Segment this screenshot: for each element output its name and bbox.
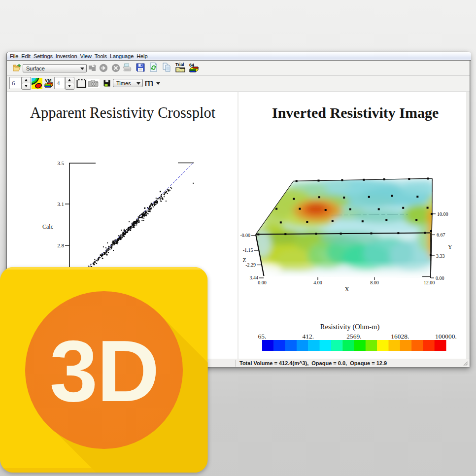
x-tick-label: 8.00 (370, 280, 379, 285)
z-tick-label: -2.29 (245, 262, 256, 268)
crossplot-y-tick-label: 3.1 (57, 201, 64, 207)
spin-a-down-button[interactable] (22, 83, 31, 90)
menu-item-edit[interactable]: Edit (20, 52, 32, 60)
svg-text:VM: VM (45, 78, 52, 83)
svg-text:64: 64 (189, 63, 194, 68)
right-margin-strip (466, 92, 470, 359)
x-tick-label: 12.00 (424, 280, 435, 285)
spin-b-field[interactable]: 4 (54, 77, 65, 89)
menu-item-tools[interactable]: Tools (93, 52, 108, 60)
z-tick-label: -1.15 (243, 247, 253, 253)
unit-preview-label: m (144, 76, 154, 89)
colorbar-tick-label: 2569. (346, 333, 361, 340)
bit64-icon[interactable]: 64 (188, 62, 199, 73)
unit-dropdown-arrow[interactable] (156, 82, 160, 85)
dataset-combobox-value: Surface (26, 66, 45, 71)
menu-item-help[interactable]: Help (135, 52, 149, 60)
status-text: Total Volume = 412.4(m^3), Opaque = 0.0,… (239, 360, 387, 366)
menu-item-settings[interactable]: Settings (32, 52, 54, 60)
toolbar-view: 6 VM 4 (7, 75, 470, 92)
colorbar-title: Resistivity (Ohm-m) (320, 323, 380, 331)
font-combobox-value: Times (116, 80, 131, 86)
spin-a-stepper[interactable] (22, 77, 30, 89)
spin-a-value: 6 (12, 79, 15, 87)
y-tick-label: 6.67 (437, 232, 445, 238)
x-axis-label: X (345, 286, 349, 293)
menu-item-language[interactable]: Language (108, 52, 135, 60)
y-tick-label: 3.33 (436, 253, 445, 259)
spin-a-field[interactable]: 6 (9, 77, 22, 89)
y-axis-label: Y (448, 243, 452, 250)
trial-folder-icon[interactable]: Trial (175, 62, 186, 73)
threed-app-badge[interactable]: 3D (0, 267, 208, 473)
resize-grip[interactable] (462, 360, 468, 366)
colorbar-tick-label: 16028. (391, 333, 409, 340)
status-panel: Total Volume = 412.4(m^3), Opaque = 0.0,… (236, 360, 469, 367)
up-arrow-icon (68, 79, 71, 81)
x-tick-label: 4.00 (313, 280, 322, 285)
crossplot-scatter-points (86, 183, 194, 270)
print-icon[interactable] (122, 63, 132, 73)
open-file-icon[interactable] (12, 63, 22, 72)
panel-divider (238, 92, 238, 359)
dataset-combobox-arrow (80, 68, 84, 70)
colorbar: 65.412.2569.16028.100000.Resistivity (Oh… (258, 323, 457, 351)
menu-item-inversion[interactable]: Inversion (54, 52, 79, 60)
x-axis: 0.004.008.0012.00X (258, 277, 435, 293)
svg-text:Trial: Trial (175, 62, 184, 67)
z-axis-label: Z (242, 257, 246, 264)
down-arrow-icon (25, 85, 28, 87)
y-tick-label: 0.00 (436, 275, 444, 281)
colorbar-tick-label: 100000. (435, 333, 457, 340)
menu-item-file[interactable]: File (8, 52, 20, 60)
volume-view: -0.00-1.15-2.293.44Z0.003.336.6710.00Y0.… (240, 177, 457, 351)
colorbar-tick-label: 412. (302, 333, 314, 340)
crossplot-y-tick-label: 2.8 (57, 242, 64, 248)
toolbar-main: Surface (7, 61, 470, 75)
vm-model-icon[interactable]: VM (44, 78, 54, 89)
save-image-icon[interactable] (103, 80, 110, 87)
spin-b-stepper[interactable] (65, 77, 73, 89)
z-tick-label: 3.44 (250, 275, 259, 280)
down-arrow-icon (68, 85, 71, 87)
badge-label: 3D (50, 323, 159, 419)
section-select-icon[interactable] (76, 79, 86, 88)
crossplot-y-axis-label: Calc (42, 223, 53, 230)
crossplot-y-tick-label: 3.5 (57, 160, 64, 166)
refresh-icon[interactable] (149, 62, 159, 72)
y-tick-label: 10.00 (437, 211, 448, 217)
dataset-combobox[interactable]: Surface (23, 64, 87, 72)
menu-bar: FileEditSettingsInversionViewToolsLangua… (7, 52, 471, 61)
font-combobox[interactable]: Times (113, 79, 143, 87)
z-tick-label: -0.00 (240, 233, 250, 238)
spin-b-down-button[interactable] (65, 83, 74, 90)
stop-disabled-icon (111, 63, 121, 73)
up-arrow-icon (25, 79, 28, 81)
import-disabled-icon (88, 63, 97, 72)
font-combobox-arrow (136, 82, 140, 85)
desktop-background: { "page": { "background_top": "#efefee",… (0, 0, 476, 476)
y-axis: 0.003.336.6710.00Y (431, 211, 452, 281)
badge-square: 3D (0, 267, 208, 473)
contour-map-icon[interactable] (32, 78, 42, 89)
colorbar-tick-label: 65. (258, 333, 267, 340)
save-icon[interactable] (136, 63, 145, 72)
copy-icon[interactable] (162, 63, 172, 72)
snapshot-camera-icon[interactable] (87, 79, 100, 88)
x-tick-label: 0.00 (258, 280, 267, 285)
forward-disabled-icon (99, 63, 108, 73)
volume-cloud (247, 178, 445, 280)
spin-b-value: 4 (57, 79, 60, 87)
menu-item-view[interactable]: View (79, 52, 93, 60)
